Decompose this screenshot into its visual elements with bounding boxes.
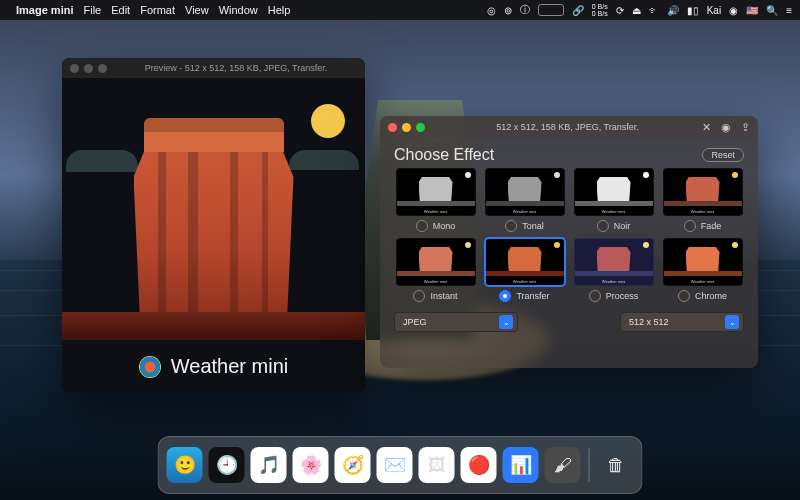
traffic-min-icon[interactable] (84, 64, 93, 73)
radio-icon[interactable] (589, 290, 601, 302)
status-wifi-icon[interactable]: ᯤ (649, 5, 659, 16)
radio-icon[interactable] (413, 290, 425, 302)
effect-label[interactable]: Noir (597, 220, 631, 232)
effect-thumbnail[interactable]: Weather mini (574, 168, 654, 216)
radio-icon[interactable] (597, 220, 609, 232)
dock-safari[interactable]: 🧭 (335, 447, 371, 483)
menu-help[interactable]: Help (268, 4, 291, 16)
preview-title: Preview - 512 x 512, 158 KB, JPEG, Trans… (115, 63, 357, 73)
dock-image-mini[interactable]: 🖌 (545, 447, 581, 483)
effect-chrome[interactable]: Weather miniChrome (661, 238, 744, 302)
traffic-zoom-icon[interactable] (416, 123, 425, 132)
status-volume-icon[interactable]: 🔊 (667, 5, 679, 16)
share-icon[interactable]: ⇪ (741, 121, 750, 134)
dock-separator (589, 448, 590, 482)
effect-label[interactable]: Fade (684, 220, 722, 232)
dock-trash[interactable]: 🗑 (598, 447, 634, 483)
panel-heading: Choose Effect Reset (394, 146, 744, 164)
status-flag-icon[interactable]: 🇺🇸 (746, 5, 758, 16)
dock-photos[interactable]: 🌸 (293, 447, 329, 483)
effect-instant[interactable]: Weather miniInstant (394, 238, 477, 302)
menu-format[interactable]: Format (140, 4, 175, 16)
effect-transfer[interactable]: Weather miniTransfer (483, 238, 566, 302)
chevron-updown-icon: ⌄ (499, 315, 513, 329)
dock-equalizer[interactable]: 📊 (503, 447, 539, 483)
status-link-icon[interactable]: 🔗 (572, 5, 584, 16)
dock-music[interactable]: 🎵 (251, 447, 287, 483)
preview-image: Weather mini (62, 78, 365, 392)
effects-grid: Weather miniMonoWeather miniTonalWeather… (394, 168, 744, 302)
status-siri-icon[interactable]: ◉ (729, 5, 738, 16)
effects-titlebar[interactable]: 512 x 512, 158 KB, JPEG, Transfer. ✕ ◉ ⇪ (380, 116, 758, 138)
status-eject-icon[interactable]: ⏏ (632, 5, 641, 16)
effects-title: 512 x 512, 158 KB, JPEG, Transfer. (433, 122, 702, 132)
dock-mail[interactable]: ✉️ (377, 447, 413, 483)
chevron-updown-icon: ⌄ (725, 315, 739, 329)
preview-titlebar[interactable]: Preview - 512 x 512, 158 KB, JPEG, Trans… (62, 58, 365, 78)
status-battery-icon[interactable]: ▮▯ (687, 5, 699, 16)
menubar: Image mini File Edit Format View Window … (0, 0, 800, 20)
status-target-icon[interactable]: ⊚ (504, 5, 512, 16)
preview-window: Preview - 512 x 512, 158 KB, JPEG, Trans… (62, 58, 365, 392)
effect-thumbnail[interactable]: Weather mini (396, 238, 476, 286)
traffic-min-icon[interactable] (402, 123, 411, 132)
effects-window: 512 x 512, 158 KB, JPEG, Transfer. ✕ ◉ ⇪… (380, 116, 758, 368)
effect-mono[interactable]: Weather miniMono (394, 168, 477, 232)
effect-thumbnail[interactable]: Weather mini (574, 238, 654, 286)
effect-thumbnail[interactable]: Weather mini (396, 168, 476, 216)
effect-label[interactable]: Mono (416, 220, 456, 232)
close-icon[interactable]: ✕ (702, 121, 711, 134)
radio-icon[interactable] (499, 290, 511, 302)
status-sync-icon[interactable]: ⟳ (616, 5, 624, 16)
status-info-icon[interactable]: ⓘ (520, 3, 530, 17)
dock-preview[interactable]: 🖼 (419, 447, 455, 483)
eye-icon[interactable]: ◉ (721, 121, 731, 134)
dock: 🙂🕘🎵🌸🧭✉️🖼🔴📊🖌🗑 (158, 436, 643, 494)
effect-label[interactable]: Tonal (505, 220, 544, 232)
status-menu-icon[interactable]: ≡ (786, 5, 792, 16)
traffic-zoom-icon[interactable] (98, 64, 107, 73)
reset-button[interactable]: Reset (702, 148, 744, 162)
effect-thumbnail[interactable]: Weather mini (485, 168, 565, 216)
menu-window[interactable]: Window (219, 4, 258, 16)
radio-icon[interactable] (684, 220, 696, 232)
app-menu[interactable]: Image mini (16, 4, 73, 16)
dock-finder[interactable]: 🙂 (167, 447, 203, 483)
effect-process[interactable]: Weather miniProcess (572, 238, 655, 302)
status-eye-icon[interactable]: ◎ (487, 5, 496, 16)
effect-noir[interactable]: Weather miniNoir (572, 168, 655, 232)
weather-mini-logo-icon (139, 356, 161, 378)
format-select[interactable]: JPEG ⌄ (394, 312, 518, 332)
effect-label[interactable]: Process (589, 290, 639, 302)
menu-edit[interactable]: Edit (111, 4, 130, 16)
radio-icon[interactable] (505, 220, 517, 232)
effect-thumbnail[interactable]: Weather mini (485, 238, 565, 286)
effect-label[interactable]: Instant (413, 290, 457, 302)
effect-thumbnail[interactable]: Weather mini (663, 168, 743, 216)
radio-icon[interactable] (416, 220, 428, 232)
effect-thumbnail[interactable]: Weather mini (663, 238, 743, 286)
status-spotlight-icon[interactable]: 🔍 (766, 5, 778, 16)
effect-tonal[interactable]: Weather miniTonal (483, 168, 566, 232)
menu-view[interactable]: View (185, 4, 209, 16)
traffic-close-icon[interactable] (388, 123, 397, 132)
traffic-close-icon[interactable] (70, 64, 79, 73)
effect-fade[interactable]: Weather miniFade (661, 168, 744, 232)
effect-label[interactable]: Transfer (499, 290, 549, 302)
artwork-butte (124, 118, 304, 318)
dock-clock[interactable]: 🕘 (209, 447, 245, 483)
status-box[interactable] (538, 4, 564, 16)
artwork-moon-icon (311, 104, 345, 138)
artwork-caption: Weather mini (62, 355, 365, 378)
radio-icon[interactable] (678, 290, 690, 302)
menu-file[interactable]: File (83, 4, 101, 16)
status-user[interactable]: Kai (707, 5, 721, 16)
effect-label[interactable]: Chrome (678, 290, 727, 302)
dock-record[interactable]: 🔴 (461, 447, 497, 483)
status-net-up: 0 B/s0 B/s (592, 3, 608, 17)
size-select[interactable]: 512 x 512 ⌄ (620, 312, 744, 332)
